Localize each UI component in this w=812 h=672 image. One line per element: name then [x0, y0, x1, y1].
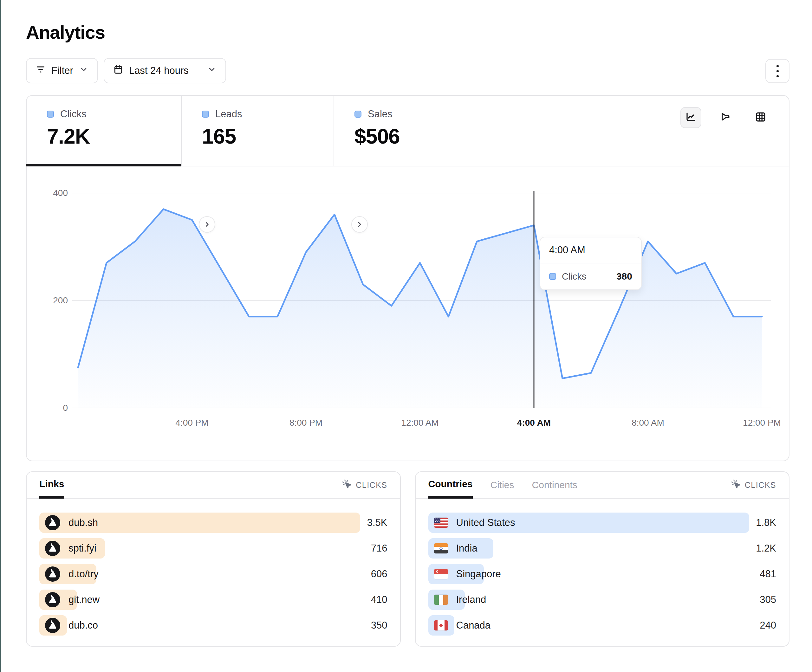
country-label: Canada	[456, 620, 491, 631]
clicks-count: 606	[371, 564, 387, 584]
clicks-count: 410	[371, 590, 387, 610]
link-label: d.to/try	[68, 568, 99, 580]
area-fill	[78, 209, 762, 408]
line-chart-icon	[685, 111, 697, 124]
kebab-vertical-icon	[776, 65, 779, 67]
flag-in-icon	[434, 543, 448, 553]
more-options-button[interactable]	[765, 59, 790, 83]
funnel-view-button[interactable]	[715, 107, 736, 128]
clicks-chart[interactable]: 02004004:00 PM8:00 PM12:00 AM4:00 AM8:00…	[27, 166, 789, 460]
link-label: spti.fyi	[68, 543, 96, 554]
mouse-pointer-click-icon	[342, 479, 352, 491]
filter-icon	[36, 64, 46, 77]
tab-leads[interactable]: Leads 165	[181, 96, 334, 166]
link-row[interactable]: dub.co350	[39, 615, 387, 636]
leads-label: Leads	[215, 108, 242, 120]
x-axis-tick: 12:00 PM	[743, 418, 781, 428]
dub-logo-icon	[45, 592, 60, 607]
y-axis-tick: 200	[53, 295, 68, 305]
clicks-count: 240	[760, 615, 776, 636]
tab-sales[interactable]: Sales $506	[334, 96, 789, 166]
line-chart-view-button[interactable]	[681, 107, 701, 128]
dub-logo-icon	[45, 618, 60, 633]
country-label: United States	[456, 517, 515, 529]
flag-sg-icon	[434, 569, 448, 579]
date-range-label: Last 24 hours	[129, 65, 189, 77]
link-label: dub.sh	[68, 517, 98, 529]
tooltip-time: 4:00 AM	[540, 237, 641, 263]
country-label: Singapore	[456, 568, 501, 580]
mouse-pointer-click-icon	[731, 479, 741, 491]
countries-list: United States1.8K India1.2K Singapore481…	[428, 513, 776, 641]
tab-countries[interactable]: Countries	[428, 472, 473, 499]
chart-tooltip: 4:00 AM Clicks 380	[540, 237, 642, 290]
analytics-page: Analytics Filter Last 24 hours	[26, 0, 790, 43]
expand-clicks-button[interactable]	[199, 216, 215, 233]
flag-ca-icon	[434, 620, 448, 631]
links-sort-header[interactable]: CLICKS	[342, 472, 387, 498]
countries-sort-header[interactable]: CLICKS	[731, 472, 776, 498]
sales-label: Sales	[368, 108, 392, 120]
country-row[interactable]: United States1.8K	[428, 513, 776, 533]
tooltip-series-label: Clicks	[562, 271, 611, 282]
chart-view-switch	[681, 107, 771, 128]
y-axis-tick: 0	[63, 403, 68, 413]
clicks-label: Clicks	[60, 108, 87, 120]
dub-logo-icon	[45, 515, 60, 530]
flag-in-icon	[434, 543, 448, 553]
flag-sg-icon	[434, 569, 448, 579]
flag-ie-icon	[434, 595, 448, 605]
area-chart-canvas[interactable]: 02004004:00 PM8:00 PM12:00 AM4:00 AM8:00…	[27, 166, 789, 460]
tab-continents[interactable]: Continents	[532, 472, 577, 498]
tooltip-legend-swatch	[549, 273, 556, 280]
dub-logo-icon	[45, 592, 60, 607]
clicks-count: 1.2K	[756, 538, 776, 559]
clicks-value: 7.2K	[47, 124, 181, 148]
links-list: dub.sh3.5K spti.fyi716 d.to/try606 git.n…	[39, 513, 387, 641]
dub-logo-icon	[45, 566, 60, 582]
dub-logo-icon	[45, 515, 60, 530]
x-axis-tick: 4:00 AM	[517, 418, 551, 428]
y-axis-tick: 400	[53, 188, 68, 198]
filter-button[interactable]: Filter	[26, 58, 98, 84]
dub-logo-icon	[45, 541, 60, 556]
country-row[interactable]: Canada240	[428, 615, 776, 636]
link-row[interactable]: git.new410	[39, 590, 387, 610]
flag-ca-icon	[434, 620, 448, 631]
countries-panel: Countries Cities Continents CLICKS	[415, 471, 790, 646]
country-label: Ireland	[456, 594, 486, 605]
table-view-button[interactable]	[750, 107, 771, 128]
analytics-card: Clicks 7.2K Leads 165 Sales $506	[26, 95, 790, 461]
country-row[interactable]: India1.2K	[428, 538, 776, 559]
expand-leads-button[interactable]	[351, 216, 368, 233]
page-title: Analytics	[26, 22, 790, 43]
tab-clicks[interactable]: Clicks 7.2K	[27, 96, 181, 166]
clicks-count: 1.8K	[756, 513, 776, 533]
link-row[interactable]: d.to/try606	[39, 564, 387, 584]
flag-ie-icon	[434, 595, 448, 605]
tooltip-value: 380	[616, 271, 632, 282]
clicks-legend-swatch	[47, 111, 54, 118]
sales-legend-swatch	[355, 111, 362, 118]
country-row[interactable]: Singapore481	[428, 564, 776, 584]
grid-icon	[755, 111, 766, 124]
link-label: git.new	[68, 594, 99, 605]
country-row[interactable]: Ireland305	[428, 590, 776, 610]
x-axis-tick: 4:00 PM	[175, 418, 208, 428]
leads-value: 165	[202, 124, 334, 148]
tab-cities[interactable]: Cities	[491, 472, 514, 498]
chevron-down-icon	[207, 65, 217, 77]
dub-logo-icon	[45, 566, 60, 582]
links-panel: Links CLICKS dub.sh3.5K spti.fyi716	[26, 471, 401, 646]
link-row[interactable]: dub.sh3.5K	[39, 513, 387, 533]
tab-links[interactable]: Links	[39, 472, 64, 499]
clicks-count: 350	[371, 615, 387, 636]
clicks-count: 716	[371, 538, 387, 559]
metric-tabs: Clicks 7.2K Leads 165 Sales $506	[27, 96, 789, 166]
x-axis-tick: 8:00 PM	[290, 418, 322, 428]
x-axis-tick: 8:00 AM	[631, 418, 664, 428]
link-row[interactable]: spti.fyi716	[39, 538, 387, 559]
toolbar: Filter Last 24 hours	[26, 58, 790, 84]
date-range-button[interactable]: Last 24 hours	[104, 58, 226, 84]
x-axis-tick: 12:00 AM	[401, 418, 438, 428]
